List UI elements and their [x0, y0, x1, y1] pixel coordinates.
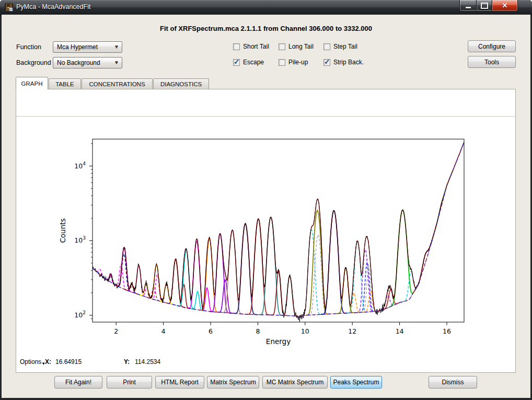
checkbox-escape[interactable]: ✓ Escape	[233, 59, 264, 66]
tab-table[interactable]: TABLE	[49, 78, 81, 89]
fit-again-button[interactable]: Fit Again!	[54, 376, 102, 388]
spectrum-plot[interactable]: 246810121416102103104EnergyCounts	[16, 117, 516, 355]
svg-text:12: 12	[348, 327, 356, 335]
fit-summary-title: Fit of XRFSpectrum.mca 2.1.1.1 from Chan…	[0, 25, 532, 32]
checkbox-label: Strip Back.	[333, 59, 364, 66]
background-label: Background	[16, 59, 51, 66]
x-axis-label: Energy	[266, 337, 291, 346]
checkbox-label: Escape	[243, 59, 264, 66]
html-report-button[interactable]: HTML Report	[155, 376, 204, 388]
checkbox-box: ✓	[323, 43, 330, 50]
background-combobox[interactable]: No Background ▼	[53, 57, 122, 68]
tab-concentrations[interactable]: CONCENTRATIONS	[82, 78, 153, 89]
chevron-down-icon: ▼	[114, 60, 119, 65]
svg-text:4: 4	[161, 327, 166, 335]
cursor-y-label: Y:	[124, 358, 130, 367]
checkbox-label: Long Tail	[288, 43, 314, 50]
checkbox-label: Step Tail	[333, 43, 357, 50]
checkbox-box: ✓	[279, 43, 285, 50]
checkbox-box: ✓	[323, 59, 330, 66]
maximize-button[interactable]	[476, 0, 493, 12]
svg-text:16: 16	[443, 327, 451, 335]
checkbox-box: ✓	[233, 43, 240, 50]
close-button[interactable]: ✕	[492, 0, 518, 12]
title-bar[interactable]: PyMca - McaAdvancedFit ✕	[0, 0, 532, 15]
background-value: No Background	[57, 59, 100, 66]
svg-text:8: 8	[256, 327, 260, 335]
function-label: Function	[16, 43, 41, 51]
function-combobox[interactable]: Mca Hypermet ▼	[53, 41, 122, 53]
checkbox-strip-back[interactable]: ✓ Strip Back.	[323, 59, 364, 66]
checkbox-pile-up[interactable]: ✓ Pile-up	[279, 59, 308, 66]
tab-graph[interactable]: GRAPH	[16, 77, 48, 89]
cursor-x-value: 16.64915	[55, 358, 82, 367]
configure-button[interactable]: Configure	[468, 40, 516, 52]
chevron-down-icon: ▼	[114, 44, 119, 50]
svg-text:14: 14	[396, 327, 404, 335]
svg-text:10: 10	[301, 327, 309, 335]
minimize-icon	[466, 7, 471, 8]
checkbox-short-tail[interactable]: ✓ Short Tail	[233, 43, 269, 50]
svg-text:6: 6	[209, 327, 213, 335]
tools-button[interactable]: Tools	[468, 56, 516, 68]
spectrum-chart[interactable]: 246810121416102103104EnergyCounts	[16, 117, 516, 355]
app-icon	[5, 3, 13, 12]
check-icon: ✓	[234, 58, 240, 66]
matrix-spectrum-button[interactable]: Matrix Spectrum	[207, 376, 259, 388]
dismiss-button[interactable]: Dismiss	[429, 376, 477, 388]
cursor-y-value: 114.2534	[135, 358, 160, 367]
checkbox-step-tail[interactable]: ✓ Step Tail	[323, 43, 357, 50]
svg-text:2: 2	[114, 327, 118, 335]
checkbox-long-tail[interactable]: ✓ Long Tail	[279, 43, 314, 50]
maximize-icon	[481, 3, 488, 9]
function-value: Mca Hypermet	[57, 43, 98, 51]
checkbox-label: Pile-up	[288, 59, 308, 66]
app-window: PyMca - McaAdvancedFit ✕ Fit of XRFSpect…	[0, 0, 532, 400]
close-icon: ✕	[502, 2, 508, 9]
tab-diagnostics[interactable]: DIAGNOSTICS	[153, 78, 209, 89]
cursor-x-label: X:	[45, 358, 51, 367]
print-button[interactable]: Print	[107, 376, 152, 388]
options-menu[interactable]: Options▼	[20, 358, 45, 367]
mc-matrix-spectrum-button[interactable]: MC Matrix Spectrum	[262, 376, 328, 388]
minimize-button[interactable]	[459, 0, 477, 12]
svg-text:102: 102	[74, 310, 86, 319]
checkbox-label: Short Tail	[243, 43, 269, 50]
checkbox-box: ✓	[279, 59, 285, 66]
checkbox-box: ✓	[233, 59, 240, 66]
y-axis-label: Counts	[59, 218, 67, 243]
peaks-spectrum-button[interactable]: Peaks Spectrum	[330, 376, 382, 388]
window-title: PyMca - McaAdvancedFit	[16, 3, 90, 10]
svg-text:104: 104	[74, 161, 86, 170]
svg-text:103: 103	[74, 235, 86, 244]
check-icon: ✓	[324, 58, 330, 66]
